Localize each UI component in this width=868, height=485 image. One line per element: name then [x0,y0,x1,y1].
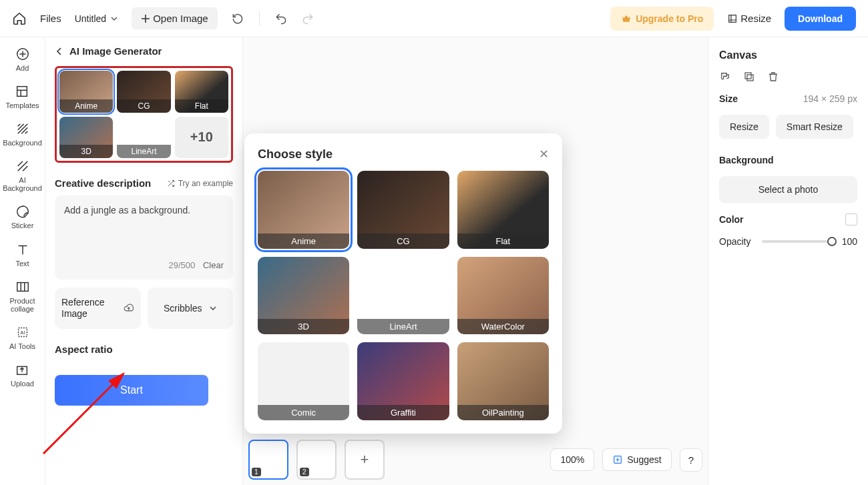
zoom-level[interactable]: 100% [550,448,594,471]
select-photo-button[interactable]: Select a photo [719,176,857,203]
thumb-1[interactable]: 1 [248,440,288,480]
mcard-cg[interactable]: CG [357,171,449,249]
rail-sticker[interactable]: Sticker [11,204,34,229]
redo-icon[interactable] [301,12,314,25]
style-grid-highlight: Anime CG Flat 3D LineArt +10 [55,66,233,163]
rail-text[interactable]: Text [15,242,30,268]
mcard-3d[interactable]: 3D [258,257,349,335]
page-thumbnails: 1 2 + [248,440,385,480]
rail-collage-label: Product collage [0,297,45,313]
mcard-lineart[interactable]: LineArt [357,257,449,335]
opacity-slider[interactable] [762,240,835,243]
scribbles-label: Scribbles [164,303,202,314]
thumb-add[interactable]: + [345,440,385,480]
panel-title: AI Image Generator [69,45,162,57]
creative-heading: Creative description Try an example [55,177,233,189]
color-label: Color [719,214,744,225]
ref-image-label: Reference Image [61,297,117,320]
files-menu[interactable]: Files [40,13,61,24]
rail-templates[interactable]: Templates [5,84,39,109]
rail-ai-tools[interactable]: AIAI Tools [9,325,35,350]
size-label: Size [719,93,738,104]
top-bar: Files Untitled Open Image Upgrade to Pro… [0,0,868,37]
bottom-toolbar: 1 2 + 100% Suggest ? [248,440,702,480]
clear-button[interactable]: Clear [203,260,224,270]
style-label: Flat [175,99,228,113]
upgrade-label: Upgrade to Pro [636,13,703,24]
open-image-button[interactable]: Open Image [132,7,218,29]
undo-icon[interactable] [274,12,288,25]
rail-ai-background[interactable]: AI Background [0,159,45,192]
copy-icon[interactable] [743,71,755,83]
plus-icon [141,14,150,23]
left-rail: Add Templates Background AI Background S… [0,37,45,485]
style-card-3d[interactable]: 3D [59,117,113,159]
style-card-anime[interactable]: Anime [59,71,113,113]
canvas-heading: Canvas [719,49,857,61]
home-icon[interactable] [12,11,27,26]
svg-rect-9 [745,73,751,79]
reference-image-button[interactable]: Reference Image [55,288,141,329]
separator [259,11,260,26]
mcard-comic[interactable]: Comic [258,342,349,420]
style-card-flat[interactable]: Flat [175,71,228,113]
download-button[interactable]: Download [785,7,856,31]
smart-resize-button[interactable]: Smart Resize [776,115,853,139]
rail-background[interactable]: Background [3,121,42,147]
help-button[interactable]: ? [680,448,702,472]
try-example-label: Try an example [178,179,233,188]
size-value: 194 × 259 px [803,93,857,104]
chevron-down-icon [110,15,118,23]
choose-style-modal: Choose style ✕ Anime CG Flat 3D LineArt … [244,133,562,434]
resize-icon [727,13,738,24]
rail-ai-tools-label: AI Tools [9,342,35,350]
close-icon[interactable]: ✕ [539,147,549,161]
svg-rect-3 [17,282,28,291]
style-card-lineart[interactable]: LineArt [117,117,170,159]
rail-add[interactable]: Add [15,47,30,72]
reset-icon[interactable] [231,12,244,25]
style-card-cg[interactable]: CG [117,71,170,113]
svg-rect-2 [17,87,27,97]
cloud-upload-icon [124,302,134,315]
try-example-button[interactable]: Try an example [167,179,233,188]
resize-top-label: Resize [740,13,771,24]
open-image-label: Open Image [153,13,208,24]
mcard-graffiti[interactable]: Graffiti [357,342,449,420]
style-label: LineArt [117,145,170,158]
rail-upload[interactable]: Upload [11,362,34,388]
mcard-anime[interactable]: Anime [258,171,349,249]
resize-button[interactable]: Resize [727,13,771,24]
rail-sticker-label: Sticker [11,221,34,229]
color-swatch[interactable] [845,213,857,225]
trash-icon[interactable] [767,71,779,83]
thumb-2[interactable]: 2 [296,440,337,480]
document-title[interactable]: Untitled [75,13,118,24]
ai-generator-panel: AI Image Generator Anime CG Flat 3D Line… [45,37,243,485]
paint-icon[interactable] [719,71,731,83]
description-input[interactable] [64,205,224,258]
style-label: CG [117,99,170,113]
suggest-label: Suggest [627,454,661,465]
svg-rect-0 [729,15,736,22]
rail-upload-label: Upload [11,380,34,388]
chevron-down-icon [209,304,217,312]
upgrade-button[interactable]: Upgrade to Pro [610,7,714,31]
back-icon[interactable] [55,47,64,56]
opacity-value: 100 [842,236,857,247]
char-counter: 29/500 [169,260,196,270]
crown-icon [621,13,632,24]
rail-collage[interactable]: Product collage [0,280,45,313]
start-button[interactable]: Start [55,375,208,406]
mcard-flat[interactable]: Flat [457,171,549,249]
rail-text-label: Text [15,260,29,268]
style-label: Anime [59,99,113,113]
mcard-water[interactable]: WaterColor [457,257,549,335]
mcard-oil[interactable]: OilPainting [457,342,549,420]
suggest-button[interactable]: Suggest [602,448,671,471]
resize-panel-button[interactable]: Resize [719,115,769,139]
style-label: 3D [59,145,113,158]
style-card-more[interactable]: +10 [175,117,228,159]
modal-title: Choose style [258,147,333,161]
scribbles-button[interactable]: Scribbles [148,288,234,329]
